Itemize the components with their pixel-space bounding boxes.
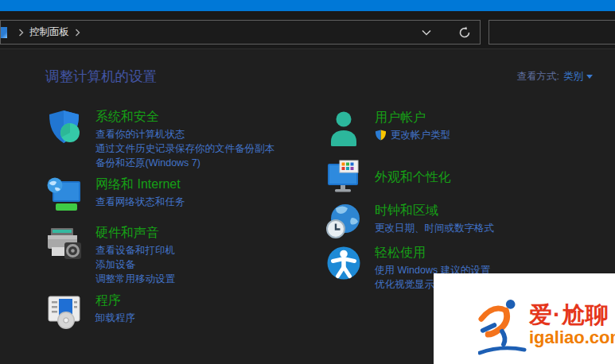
window-titlebar — [0, 0, 615, 11]
category-title[interactable]: 程序 — [95, 292, 135, 308]
user-silhouette-icon[interactable] — [325, 109, 363, 147]
category-clock-and-region: 时钟和区域 更改日期、时间或数字格式 — [325, 202, 494, 240]
view-by-value[interactable]: 类别 — [563, 70, 583, 83]
watermark-brand-text: 爱·尬聊 — [529, 302, 615, 327]
view-by-control: 查看方式: 类别 — [517, 70, 593, 83]
category-appearance-personalization: 外观和个性化 — [325, 159, 451, 197]
category-network-and-internet: 网络和 Internet 查看网络状态和任务 — [45, 176, 185, 214]
category-link[interactable]: 查看设备和打印机 — [95, 243, 175, 258]
category-programs: 程序 卸载程序 — [45, 292, 135, 330]
view-by-label: 查看方式: — [517, 70, 559, 83]
category-title[interactable]: 系统和安全 — [95, 108, 274, 125]
category-hardware-and-sound: 硬件和声音 查看设备和打印机 添加设备 调整常用移动设置 — [45, 224, 175, 286]
category-link[interactable]: 备份和还原(Windows 7) — [95, 156, 274, 170]
address-dropdown-button[interactable] — [416, 21, 437, 43]
category-link[interactable]: 查看你的计算机状态 — [95, 127, 274, 141]
category-title[interactable]: 外观和个性化 — [375, 168, 451, 185]
search-box[interactable] — [488, 20, 615, 45]
category-title[interactable]: 时钟和区域 — [375, 202, 494, 219]
page-title: 调整计算机的设置 — [45, 67, 157, 86]
refresh-button[interactable] — [454, 21, 475, 43]
uac-shield-icon — [375, 129, 387, 141]
category-link[interactable]: 更改日期、时间或数字格式 — [375, 221, 494, 235]
breadcrumb-control-panel[interactable]: 控制面板 — [29, 25, 69, 39]
printer-speaker-icon[interactable] — [45, 224, 84, 262]
control-panel-icon — [1, 27, 7, 38]
navigation-bar: 控制面板 — [0, 11, 615, 49]
programs-disc-icon[interactable] — [45, 292, 84, 330]
control-panel-window: 控制面板 调整计算机的设置 查看方式: 类别 — [0, 0, 615, 364]
ease-of-access-icon[interactable] — [325, 244, 363, 282]
address-bar[interactable]: 控制面板 — [0, 20, 481, 45]
breadcrumb-chevron-icon — [18, 29, 24, 37]
category-user-accounts: 用户帐户 更改帐户类型 — [325, 109, 450, 147]
breadcrumb-chevron-icon[interactable] — [75, 29, 80, 37]
personalization-monitor-icon[interactable] — [325, 159, 363, 197]
category-system-and-security: 系统和安全 查看你的计算机状态 通过文件历史记录保存你的文件备份副本 备份和还原… — [45, 108, 274, 170]
refresh-icon — [458, 26, 471, 39]
category-title[interactable]: 硬件和声音 — [95, 224, 175, 241]
category-title[interactable]: 轻松使用 — [375, 244, 490, 261]
running-figure-logo-icon — [478, 296, 527, 358]
security-shield-icon[interactable] — [45, 108, 84, 146]
watermark-panel: 爱·尬聊 igaliao.com — [434, 273, 615, 364]
category-link[interactable]: 调整常用移动设置 — [95, 272, 175, 286]
view-by-dropdown[interactable]: 类别 — [563, 70, 593, 83]
network-monitor-icon[interactable] — [45, 176, 84, 214]
dropdown-arrow-icon — [586, 75, 593, 79]
category-link[interactable]: 添加设备 — [95, 258, 175, 272]
category-link[interactable]: 通过文件历史记录保存你的文件备份副本 — [95, 141, 274, 156]
category-title[interactable]: 网络和 Internet — [95, 176, 185, 192]
watermark-domain-text: igaliao.com — [529, 327, 615, 348]
category-title[interactable]: 用户帐户 — [375, 109, 450, 126]
category-link[interactable]: 查看网络状态和任务 — [95, 195, 185, 209]
category-link-change-account-type[interactable]: 更改帐户类型 — [375, 128, 450, 142]
clock-globe-icon[interactable] — [325, 202, 363, 240]
chevron-down-icon — [422, 29, 431, 36]
search-input[interactable] — [489, 21, 615, 44]
category-link[interactable]: 卸载程序 — [95, 311, 135, 325]
